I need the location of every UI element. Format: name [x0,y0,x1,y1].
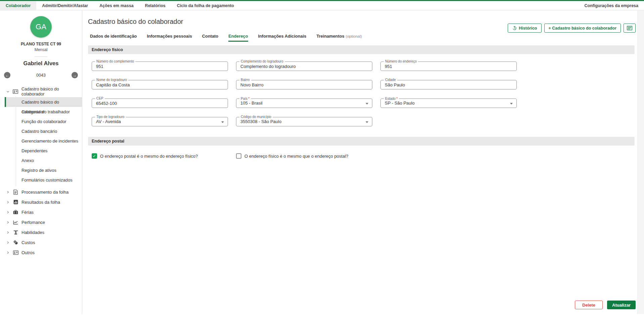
sidebar-group-label: Perfomance [21,220,45,225]
sidebar-group-processamento-folha[interactable]: Processamento da folha [0,187,82,197]
sidebar-item-cadastro-bancario[interactable]: Cadastro bancário [5,126,82,136]
nav-item-configuracoes-empresa[interactable]: Configurações da empresa [579,1,644,10]
nav-spacer [240,1,579,10]
historico-button-label: Histórico [519,26,537,31]
tab-optional-suffix: (optional) [346,34,362,38]
sidebar-item-registro-ativos[interactable]: Registro de ativos [5,165,82,175]
sidebar-group-resultados-folha[interactable]: Resultados da folha [0,197,82,207]
sidebar-group-perfomance[interactable]: Perfomance [0,217,82,227]
numero-endereco-field-wrapper: Número do endereço [380,62,517,71]
bairro-label: Bairro [239,78,251,82]
id-card-icon [13,89,18,94]
sidebar-group-label: Custos [21,240,35,245]
payroll-document-icon [13,190,18,195]
checkbox-checked-icon: ✓ [92,153,97,159]
tab-endereco[interactable]: Endereço [228,34,248,42]
header-actions: Histórico + Cadastro básico do colaborad… [508,24,636,33]
cep-input[interactable] [92,99,228,108]
sidebar-group-habilidades[interactable]: Habilidades [0,227,82,237]
cidade-field-wrapper: Cidade [380,80,517,89]
employee-pager: ← 0043 → [0,72,82,78]
cidade-input[interactable] [381,80,516,89]
cep-label: CEP [95,96,105,100]
atualizar-button[interactable]: Atualizar [607,301,636,309]
profile-divider [35,56,47,57]
sidebar-group-label: Processamento da folha [21,190,68,195]
tipo-logradouro-select[interactable]: Tipo de logradouro AV - Avenida [92,117,228,126]
next-employee-button[interactable]: → [72,72,78,78]
codigo-municipio-select[interactable]: Código do município 3550308 - São Paulo [236,117,372,126]
list-view-button[interactable] [624,24,636,33]
footer-actions: Delete Atualizar [575,301,636,309]
nav-item-admitir-demitir-afastar[interactable]: Admitir/Demitir/Afastar [36,1,94,10]
chevron-right-icon [6,241,10,244]
tab-treinamentos[interactable]: Treinamentos(optional) [316,34,362,42]
checkbox-label: O endereço físico é o mesmo que o endere… [244,154,348,159]
sidebar-item-formularios-customizados[interactable]: Formulários customizados [5,175,82,185]
avatar: GA [30,16,52,38]
pais-label: País* [239,96,251,101]
sidebar-group-label: Cadastro básico do colaborador [21,86,82,96]
sidebar-item-categoria-trabalhador[interactable]: Categoria do trabalhador [5,107,82,117]
sidebar-group-cadastro-basico[interactable]: Cadastro básico do colaborador [0,86,82,96]
sidebar-item-anexo[interactable]: Anexo [5,156,82,165]
person-skills-icon [13,230,18,235]
dropdown-caret-icon [366,121,368,123]
cidade-label: Cidade [384,78,397,82]
tab-informacoes-adicionais[interactable]: Informações Adicionais [258,34,307,42]
endereco-form: Endereço físico Número do complemento Co… [88,45,635,159]
section-endereco-postal: Endereço postal [88,137,635,146]
pais-selected-value: 105 - Brasil [236,99,372,108]
plan-name: PLANO TESTE CT 99 [0,42,82,46]
required-asterisk: * [248,96,249,101]
postal-checkboxes: ✓ O endereço postal é o mesmo do endereç… [88,146,635,159]
dropdown-caret-icon [366,103,368,105]
sidebar-item-dependentes[interactable]: Dependentes [5,146,82,156]
chevron-right-icon [6,221,10,224]
sidebar-item-gerenciamento-incidentes[interactable]: Gerenciamento de incidentes [5,136,82,146]
list-view-icon [627,26,632,30]
previous-employee-button[interactable]: ← [4,72,10,78]
employee-name: Gabriel Alves [0,60,82,67]
new-cadastro-basico-button[interactable]: + Cadastro básico do colaborador [544,24,621,33]
form-tabs: Dados de identificação Informações pesso… [90,34,644,42]
sidebar-group-custos[interactable]: $ Custos [0,237,82,247]
top-navigation: Colaborador Admitir/Demitir/Afastar Açõe… [0,0,644,10]
suitcase-icon [13,210,18,214]
tab-dados-identificacao[interactable]: Dados de identificação [90,34,137,42]
numero-complemento-label: Número do complemento [95,60,135,63]
codigo-municipio-label: Código do município [239,115,273,119]
sidebar-group-ferias[interactable]: Férias [0,207,82,217]
sidebar-item-funcao-colaborador[interactable]: Função do colaborador [5,117,82,126]
endereco-fisico-fields: Número do complemento Complemento do log… [88,54,635,126]
nav-item-ciclo-folha[interactable]: Ciclo da folha de pagamento [171,1,240,10]
complemento-logradouro-label: Complemento do logradouro [239,60,285,63]
sidebar-group-outros[interactable]: Outros [0,247,82,258]
tab-informacoes-pessoais[interactable]: Informações pessoais [147,34,192,42]
tab-contato[interactable]: Contato [202,34,218,42]
sidebar-group-label: Outros [21,250,35,255]
pais-select[interactable]: País* 105 - Brasil [236,99,372,108]
sidebar-group-label: Férias [21,210,34,215]
chevron-right-icon [6,200,10,204]
nav-item-colaborador[interactable]: Colaborador [0,1,36,10]
employee-code: 0043 [36,73,46,78]
main-content: Cadastro básico do colaborador Histórico… [82,10,644,314]
nome-logradouro-label: Nome do logradouro [95,78,128,82]
chevron-right-icon [6,210,10,214]
sidebar-item-cadastro-basico[interactable]: Cadastro básico do colaborador [5,97,82,107]
checkbox-physical-same-as-postal[interactable]: O endereço físico é o mesmo que o endere… [236,153,372,159]
nav-item-acoes-em-massa[interactable]: Ações em massa [94,1,139,10]
delete-button[interactable]: Delete [575,301,603,309]
estado-select[interactable]: Estado* SP - São Paulo [380,99,517,108]
vertical-scrollbar[interactable] [637,10,644,314]
chevron-right-icon [6,190,10,194]
bairro-input[interactable] [236,80,372,89]
nav-item-relatorios[interactable]: Relatórios [139,1,171,10]
chevron-right-icon [6,251,10,254]
coins-icon: $ [13,240,18,245]
tab-treinamentos-label: Treinamentos [316,34,344,39]
historico-button[interactable]: Histórico [508,24,541,33]
sidebar-tree: Cadastro básico do colaborador Cadastro … [0,86,82,258]
checkbox-postal-same-as-physical[interactable]: ✓ O endereço postal é o mesmo do endereç… [92,153,228,159]
